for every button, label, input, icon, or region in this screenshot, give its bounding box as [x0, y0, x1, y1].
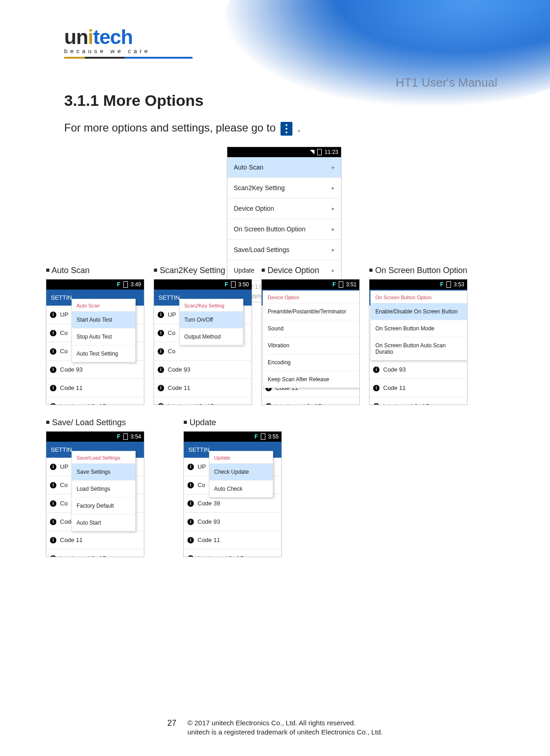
info-icon: i	[158, 330, 164, 336]
info-icon: i	[187, 537, 194, 543]
logo-tagline: because we care	[64, 48, 192, 55]
phone-save-load: F3:54SETTINiUPiCoiCoiCode 93iCode 11iInt…	[46, 431, 144, 557]
bg-list-item[interactable]: iCode 93	[369, 361, 467, 379]
bg-list-item[interactable]: iInterleaved 2 of 5	[154, 397, 252, 405]
popup-item[interactable]: Output Method	[180, 328, 243, 345]
bg-list-label: Interleaved 2 of 5	[60, 403, 106, 405]
bg-list-item[interactable]: iCode 11	[46, 531, 144, 549]
info-icon: i	[373, 403, 380, 405]
logo-post: tech	[93, 26, 132, 48]
status-bar: F3:51	[262, 279, 359, 290]
footer-line2: unitech is a registered trademark of uni…	[187, 728, 383, 737]
battery-icon	[446, 281, 451, 288]
info-icon: i	[50, 537, 56, 543]
battery-icon	[123, 433, 128, 440]
bg-list-item[interactable]: iCode 11	[184, 531, 281, 549]
bg-list-label: Interleaved 2 of 5	[275, 403, 321, 405]
bg-list-item[interactable]: iInterleaved 2 of 5	[369, 397, 467, 405]
popup-item[interactable]: Auto Test Setting	[72, 345, 135, 362]
popup-panel: Auto ScanStart Auto TestStop Auto TestAu…	[72, 299, 136, 362]
main-menu-item[interactable]: Scan2Key Setting▸	[227, 178, 341, 198]
cap-update: ■ Update	[183, 418, 282, 427]
bg-list-label: Interleaved 2 of 5	[383, 403, 429, 405]
logo-pre: un	[64, 26, 88, 48]
info-icon: i	[50, 385, 56, 391]
bg-list-item[interactable]: iCode 11	[154, 379, 252, 397]
bg-list-item[interactable]: iCode 11	[46, 379, 144, 397]
popup-item[interactable]: Start Auto Test	[72, 311, 135, 328]
popup-item[interactable]: Sound	[263, 320, 359, 337]
brand-header: unitech because we care	[64, 26, 192, 59]
info-icon: i	[187, 482, 194, 488]
main-menu-item-label: Auto Scan	[234, 164, 264, 171]
status-time: 3:53	[454, 281, 464, 288]
bg-list-label: UP	[60, 463, 68, 470]
page-number: 27	[167, 718, 176, 728]
main-menu-item[interactable]: Device Option▸	[227, 198, 341, 219]
popup-item[interactable]: Keep Scan After Release	[263, 371, 359, 388]
bg-list-item[interactable]: iInterleaved 2 of 5	[46, 397, 144, 405]
logo-dot: i	[88, 26, 93, 48]
bg-list-item[interactable]: iInterleaved 2 of 5	[184, 549, 281, 557]
popup-item[interactable]: Turn On/Off	[180, 311, 243, 328]
bg-list-label: UP	[168, 311, 176, 318]
logo-underline	[64, 57, 192, 59]
status-bar: F3:49	[46, 279, 144, 290]
status-time: 3:51	[346, 281, 357, 288]
popup-item[interactable]: Factory Default	[72, 497, 135, 514]
bg-list-label: Co	[168, 348, 176, 355]
info-icon: i	[158, 385, 164, 391]
main-menu-item[interactable]: On Screen Button Option▸	[227, 219, 341, 240]
info-icon: i	[50, 464, 56, 470]
bg-list-label: Interleaved 2 of 5	[198, 555, 243, 557]
info-icon: i	[187, 464, 194, 470]
status-time: 11:23	[324, 149, 338, 155]
info-icon: i	[50, 348, 56, 355]
info-icon: i	[265, 403, 272, 405]
bg-list-label: Co	[60, 482, 68, 488]
popup-item[interactable]: Vibration	[263, 337, 359, 354]
bg-list-item[interactable]: iInterleaved 2 of 5	[262, 397, 359, 405]
lead-text: For more options and settings, please go…	[64, 121, 504, 136]
popup-item[interactable]: Load Settings	[72, 480, 135, 497]
bg-list-label: Code 93	[198, 518, 220, 525]
bg-list-item[interactable]: iInterleaved 2 of 5	[46, 549, 144, 557]
main-menu-item-label: Save/Load Settings	[234, 246, 289, 253]
bg-list-item[interactable]: iCode 93	[184, 513, 281, 531]
info-icon: i	[158, 312, 164, 318]
chevron-right-icon: ▸	[332, 164, 335, 170]
popup-item[interactable]: On Screen Button Mode	[371, 320, 467, 337]
popup-item[interactable]: On Screen Button Auto Scan Duratio	[371, 337, 467, 360]
lead-pre: For more options and settings, please go…	[64, 121, 279, 134]
bg-list-item[interactable]: iCode 93	[46, 361, 144, 379]
info-icon: i	[187, 555, 194, 558]
popup-item[interactable]: Encoding	[263, 354, 359, 371]
status-f-icon: F	[225, 281, 228, 288]
bg-list-label: Interleaved 2 of 5	[60, 555, 106, 557]
popup-panel: Device OptionPreamble/Postamble/Terminat…	[263, 290, 360, 388]
popup-item[interactable]: Save Settings	[72, 463, 135, 480]
bg-list-label: Code 93	[383, 366, 406, 373]
battery-icon	[123, 281, 128, 288]
popup-item[interactable]: Enable/Disable On Screen Button	[371, 303, 467, 320]
main-menu-item[interactable]: Auto Scan▸	[227, 157, 341, 178]
popup-item[interactable]: Auto Check	[209, 480, 273, 497]
info-icon: i	[187, 500, 194, 507]
status-time: 3:55	[268, 433, 279, 440]
popup-item[interactable]: Auto Start	[72, 514, 135, 531]
info-icon: i	[50, 500, 56, 507]
bg-list-label: Code 39	[198, 500, 220, 507]
phone-scan2key: F3:50SETTINiUPiCoiCoiCode 93iCode 11iInt…	[154, 279, 252, 405]
popup-item[interactable]: Preamble/Postamble/Terminator	[263, 303, 359, 320]
bg-list-label: UP	[60, 311, 68, 318]
popup-item[interactable]: Stop Auto Test	[72, 328, 135, 345]
popup-item[interactable]: Check Update	[209, 463, 273, 480]
cap-scan2key: ■ Scan2Key Setting	[154, 266, 252, 275]
bg-list-item[interactable]: iCode 93	[154, 361, 252, 379]
popup-title: Update	[209, 451, 273, 463]
info-icon: i	[158, 348, 164, 355]
info-icon: i	[50, 330, 56, 336]
main-menu-item[interactable]: Save/Load Settings▸	[227, 240, 341, 260]
bg-list-item[interactable]: iCode 11	[369, 379, 467, 397]
status-bar: F3:50	[154, 279, 252, 290]
